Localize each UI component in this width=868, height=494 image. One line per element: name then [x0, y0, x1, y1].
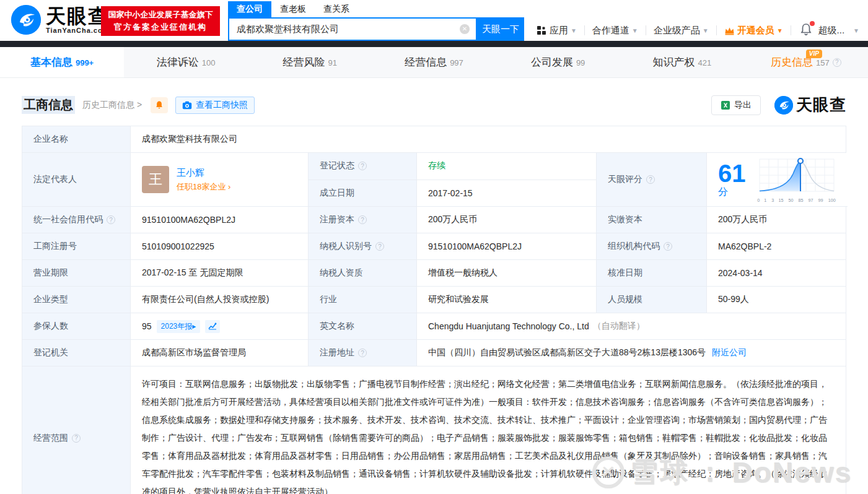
crown-icon: [724, 26, 735, 35]
taxpayer-id-label: 纳税人识别号 ?: [309, 233, 417, 260]
tab-business-info[interactable]: 经营信息997: [372, 47, 496, 77]
vip-badge: VIP: [806, 50, 822, 58]
legal-rep-positions-link[interactable]: 任职18家企业 ›: [177, 181, 230, 193]
tab-company-development[interactable]: 公司发展99: [496, 47, 620, 77]
score-cell: 61 分: [707, 153, 848, 207]
reg-number-label: 工商注册号: [22, 233, 131, 260]
brand-name: 天眼查: [796, 94, 846, 116]
site-logo[interactable]: 天眼查 TianYanCha.com: [11, 5, 109, 35]
help-icon[interactable]: ?: [358, 215, 367, 224]
search-tab-relation[interactable]: 查关系: [315, 1, 358, 17]
table-row: 企业类型 有限责任公司(自然人投资或控股) 行业 研究和试验发展 人员规模 50…: [22, 287, 846, 313]
legal-rep-name-link[interactable]: 王小辉: [177, 167, 230, 179]
logo-subtitle: TianYanCha.com: [46, 27, 109, 34]
status-badge: 存续: [428, 160, 445, 171]
tianyancha-logo-icon: [774, 96, 793, 115]
table-row: 企业名称 成都欢聚堂科技有限公司: [22, 126, 846, 153]
tab-business-risk[interactable]: 经营风险91: [248, 47, 372, 77]
annual-report-tag[interactable]: 2023年报▸: [157, 320, 201, 333]
staff-size-value: 50-99人: [707, 287, 846, 313]
chevron-down-icon: ▼: [777, 27, 783, 34]
logo-title: 天眼查: [46, 6, 109, 27]
insured-trend-button[interactable]: [205, 320, 220, 333]
gov-certification-badge: 国家中小企业发展子基金旗下 官方备案企业征信机构: [101, 6, 220, 36]
nav-cooperation[interactable]: 合作通道▼: [592, 25, 638, 37]
nav-super-vip[interactable]: 超级...▼: [818, 25, 859, 37]
chevron-down-icon: ▼: [703, 27, 709, 34]
legal-rep-cell: 王 王小辉 任职18家企业 ›: [131, 153, 309, 207]
tianyancha-logo-icon: [11, 5, 41, 35]
table-row: 工商注册号 510109001022925 纳税人识别号 ? 91510100M…: [22, 233, 846, 260]
chevron-down-icon: ▼: [632, 27, 638, 34]
history-business-info-link[interactable]: 历史工商信息 >: [82, 100, 142, 111]
business-term-value: 2017-02-15 至 无固定期限: [131, 260, 309, 287]
nav-enterprise-products[interactable]: 企业级产品▼: [654, 25, 709, 37]
help-icon[interactable]: ?: [358, 349, 367, 357]
approval-date-label: 核准日期: [597, 260, 707, 287]
score-distribution-chart: 01 315 5085 9799 100: [757, 157, 836, 203]
search-button[interactable]: 天眼一下: [477, 17, 524, 41]
business-term-label: 营业期限: [22, 260, 131, 287]
export-button[interactable]: 导出: [711, 95, 761, 115]
search-input[interactable]: [229, 19, 476, 40]
score-value: 61: [718, 160, 746, 187]
reg-status-label: 登记状态 ?: [309, 153, 417, 180]
help-icon[interactable]: ?: [833, 58, 841, 67]
badge-line1: 国家中小企业发展子基金旗下: [108, 9, 213, 21]
industry-label: 行业: [309, 287, 417, 313]
section-header: 工商信息 历史工商信息 > 查看工商快照 导出: [22, 94, 846, 116]
insured-value: 95 2023年报▸: [131, 313, 309, 340]
company-type-label: 企业类型: [22, 287, 131, 313]
address-value: 中国（四川）自由贸易试验区成都高新区交子大道88号2栋13层楼1306号 附近公…: [417, 340, 846, 366]
legal-rep-avatar[interactable]: 王: [142, 166, 169, 193]
help-icon[interactable]: ?: [664, 242, 672, 251]
establish-date-label: 成立日期: [309, 180, 417, 207]
help-icon[interactable]: ?: [72, 434, 81, 443]
english-name-value: Chengdu Huanjutang Technology Co., Ltd （…: [417, 313, 846, 340]
scope-label: 经营范围 ?: [22, 366, 131, 494]
reg-number-value: 510109001022925: [131, 233, 309, 260]
taxpayer-quality-label: 纳税人资质: [309, 260, 417, 287]
top-navigation: 应用▼ 合作通道▼ 企业级产品▼ 开通会员▼: [537, 19, 859, 42]
tab-history-info[interactable]: VIP 历史信息157 ?: [744, 47, 868, 77]
camera-icon: [182, 101, 192, 110]
company-tabs: 基本信息999+ 法律诉讼100 经营风险91 经营信息997 公司发展99 知…: [0, 47, 868, 78]
reg-status-value: 存续: [417, 153, 597, 180]
section-title: 工商信息: [22, 96, 75, 114]
reg-authority-value: 成都高新区市场监督管理局: [131, 340, 309, 366]
credit-code-value: 91510100MA62QBPL2J: [131, 207, 309, 233]
view-snapshot-button[interactable]: 查看工商快照: [175, 97, 255, 114]
table-row: 统一社会信用代码 ? 91510100MA62QBPL2J 注册资本 ? 200…: [22, 207, 846, 233]
header: 天眼查 TianYanCha.com 国家中小企业发展子基金旗下 官方备案企业征…: [0, 0, 868, 41]
legal-rep-label: 法定代表人: [22, 153, 131, 207]
monitor-bell-button[interactable]: [151, 97, 168, 113]
taxpayer-quality-value: 增值税一般纳税人: [417, 260, 597, 287]
notifications-button[interactable]: [800, 23, 812, 38]
help-icon[interactable]: ?: [107, 215, 115, 224]
clear-search-icon[interactable]: ✕: [460, 24, 470, 34]
help-icon[interactable]: ?: [375, 242, 384, 251]
tab-basic-info[interactable]: 基本信息999+: [0, 47, 124, 77]
tab-intellectual-property[interactable]: 知识产权421: [620, 47, 744, 77]
reg-authority-label: 登记机关: [22, 340, 131, 366]
insured-label: 参保人数: [22, 313, 131, 340]
watermark-brand-logo: 天眼查: [774, 94, 846, 116]
score-label: 天眼评分 ?: [597, 153, 707, 207]
taxpayer-id-value: 91510100MA62QBPL2J: [417, 233, 597, 260]
search-tab-company[interactable]: 查公司: [228, 1, 271, 17]
industry-value: 研究和试验发展: [417, 287, 597, 313]
table-row: 参保人数 95 2023年报▸ 英文名称 Chengdu Huanjutang …: [22, 313, 846, 340]
nearby-companies-link[interactable]: 附近公司: [712, 347, 747, 358]
help-icon[interactable]: ?: [646, 175, 655, 184]
excel-icon: [721, 100, 730, 110]
nav-open-vip[interactable]: 开通会员▼: [724, 25, 783, 37]
reg-capital-label: 注册资本 ?: [309, 207, 417, 233]
help-icon[interactable]: ?: [358, 162, 367, 170]
search-tab-boss[interactable]: 查老板: [271, 1, 315, 17]
score-axis-labels: 01 315 5085 9799 100: [757, 197, 836, 203]
business-info-table: 企业名称 成都欢聚堂科技有限公司 法定代表人 王 王小辉 任职18家企业 › 登…: [22, 126, 846, 494]
tab-legal-lawsuits[interactable]: 法律诉讼100: [124, 47, 248, 77]
chevron-down-icon: ▼: [853, 27, 859, 34]
auto-translate-note: （自动翻译）: [593, 321, 645, 332]
nav-apps[interactable]: 应用▼: [537, 25, 577, 37]
